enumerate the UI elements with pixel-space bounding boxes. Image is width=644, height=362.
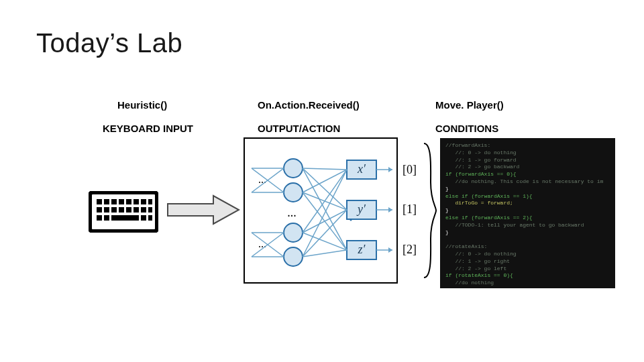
page-title: Today’s Lab [36,28,182,58]
svg-rect-5 [126,199,131,204]
svg-rect-10 [104,207,109,213]
svg-rect-7 [141,199,146,204]
svg-rect-12 [119,207,124,213]
svg-rect-3 [111,199,117,204]
svg-marker-59 [388,167,392,172]
svg-line-54 [303,210,347,257]
svg-rect-18 [104,215,109,221]
svg-rect-20 [141,215,146,221]
svg-rect-8 [148,199,152,204]
svg-text:...: ... [287,206,297,219]
svg-rect-11 [111,207,117,213]
svg-rect-9 [97,207,102,213]
svg-marker-61 [388,247,392,253]
label-moveplayer: Move. Player() [435,99,504,111]
svg-rect-15 [141,207,146,213]
svg-rect-4 [119,199,124,204]
svg-rect-13 [126,207,131,213]
svg-line-44 [303,168,347,170]
svg-rect-17 [97,215,102,221]
svg-point-25 [284,247,303,266]
keyboard-icon [89,191,158,233]
svg-rect-14 [133,207,139,213]
svg-rect-1 [97,199,102,204]
svg-point-29 [350,219,352,221]
code-snippet: //forwardAxis: //: 0 -> do nothing //: 1… [440,138,615,288]
neural-network-diagram: x′ y′ z′ ... ... ... [244,137,398,284]
svg-text:z′: z′ [358,243,366,256]
svg-rect-21 [148,215,152,221]
svg-rect-2 [104,199,109,204]
svg-marker-60 [388,207,392,213]
output-index-1: [1] [402,202,417,217]
arrow-icon [166,194,240,225]
label-conditions: CONDITIONS [435,123,498,134]
label-keyboard-input: KEYBOARD INPUT [103,123,193,134]
output-index-2: [2] [402,243,417,257]
label-onactionreceived: On.Action.Received() [258,99,360,111]
label-output-action: OUTPUT/ACTION [258,123,340,134]
output-index-0: [0] [402,163,417,177]
svg-text:...: ... [258,238,266,249]
svg-point-24 [284,223,303,242]
svg-point-22 [284,159,303,178]
svg-point-23 [284,183,303,202]
svg-text:x′: x′ [357,162,366,176]
label-heuristic: Heuristic() [117,99,167,111]
svg-rect-16 [148,207,152,213]
slide: Today’s Lab Heuristic() On.Action.Receiv… [0,0,644,362]
svg-rect-19 [111,215,139,221]
brace-icon [421,142,437,279]
svg-text:...: ... [258,174,266,185]
svg-rect-6 [133,199,139,204]
svg-text:y′: y′ [356,202,366,216]
svg-line-55 [303,250,347,257]
